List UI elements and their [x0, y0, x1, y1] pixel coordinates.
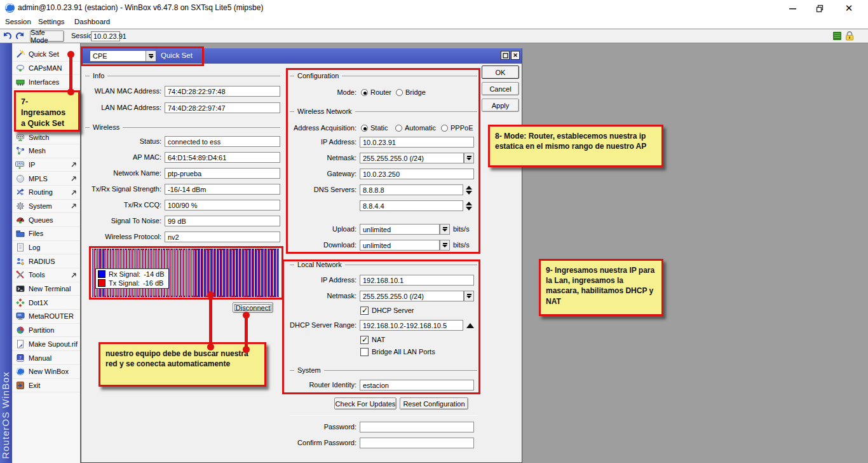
lan-netmask-field[interactable]: 255.255.255.0 (/24)	[360, 291, 464, 301]
dns1-spinner[interactable]	[465, 184, 473, 195]
sidebar-item-exit[interactable]: Exit	[12, 379, 80, 393]
sidebar-item-radius[interactable]: RADIUS	[12, 254, 80, 268]
menu-settings[interactable]: Settings	[38, 18, 65, 25]
mode-bridge-radio[interactable]: Bridge	[396, 88, 426, 97]
dns2-field[interactable]: 8.8.4.4	[360, 200, 463, 211]
netmask-dropdown-icon[interactable]	[464, 153, 474, 163]
close-button[interactable]: ✕	[836, 0, 862, 17]
signal-to-noise-field[interactable]: 99 dB	[165, 216, 280, 226]
nat-checkbox[interactable]: NAT	[360, 335, 385, 344]
menu-session[interactable]: Session	[5, 18, 31, 25]
sidebar-item-metarouter[interactable]: MetaROUTER	[12, 310, 80, 324]
exit-icon	[15, 380, 25, 390]
gauge-icon	[15, 215, 25, 225]
antenna-icon	[15, 64, 25, 73]
winbox-app: admin@10.0.23.91 (estacion) - WinBox v6.…	[0, 0, 868, 463]
mode-label: Mode:	[272, 87, 356, 98]
dhcp-range-label: DHCP Server Range:	[272, 320, 356, 331]
acq-automatic-radio[interactable]: Automatic	[395, 124, 436, 132]
menu-dashboard[interactable]: Dashboard	[74, 18, 110, 25]
sidebar-item-partition[interactable]: Partition	[12, 324, 80, 338]
sidebar-item-mpls[interactable]: MPLS	[12, 172, 80, 186]
safe-mode-button[interactable]: Safe Mode	[30, 31, 64, 42]
lan-netmask-label: Netmask:	[272, 291, 356, 301]
dhcp-range-up-arrow[interactable]	[466, 320, 475, 331]
callout-auto-connect: nuestro equipo debe de buscar nuestra re…	[98, 342, 266, 387]
acq-static-radio[interactable]: Static	[361, 124, 388, 132]
sidebar-item-new-winbox[interactable]: New WinBox	[12, 365, 80, 379]
apply-button[interactable]: Apply	[482, 99, 519, 112]
sidebar-item-routing[interactable]: Routing	[12, 186, 80, 200]
lan-mac-field[interactable]: 74:4D:28:22:97:47	[165, 102, 280, 113]
ap-mac-field[interactable]: 64:D1:54:89:D4:61	[165, 152, 280, 163]
winbox-logo-icon	[4, 3, 15, 13]
dhcp-range-field[interactable]: 192.168.10.2-192.168.10.5	[360, 320, 463, 331]
sidebar-item-dot1x[interactable]: Dot1X	[12, 296, 80, 310]
undo-icon[interactable]	[2, 31, 13, 41]
wireless-protocol-field[interactable]: nv2	[165, 232, 280, 242]
submenu-arrow-icon	[71, 162, 77, 167]
toolbar: Safe Mode Session: 10.0.23.91	[0, 29, 868, 43]
download-dropdown-icon[interactable]	[440, 240, 450, 251]
session-field[interactable]: 10.0.23.91	[91, 31, 120, 41]
annotation-dot	[243, 312, 250, 319]
terminal-icon	[15, 284, 25, 294]
window-restore-icon[interactable]	[501, 51, 510, 60]
address-acquisition-label: Address Acquisition:	[272, 123, 356, 134]
sidebar-item-mesh[interactable]: Mesh	[12, 144, 80, 158]
rx-color-swatch	[98, 270, 105, 278]
annotation-dot	[207, 343, 214, 350]
window-close-icon[interactable]: ✕	[511, 51, 520, 60]
sidebar-item-log[interactable]: Log	[12, 241, 80, 255]
ccq-field[interactable]: 100/90 %	[165, 200, 280, 211]
redo-icon[interactable]	[15, 31, 25, 41]
router-identity-field[interactable]: estacion	[360, 380, 474, 390]
minimize-button[interactable]	[780, 0, 806, 17]
lan-netmask-dropdown-icon[interactable]	[464, 291, 474, 301]
cancel-button[interactable]: Cancel	[482, 82, 519, 95]
ok-button[interactable]: OK	[482, 66, 519, 79]
bridge-all-lan-checkbox[interactable]: Bridge All LAN Ports	[360, 347, 435, 356]
wlan-mac-field[interactable]: 74:4D:28:22:97:48	[165, 86, 280, 97]
sidebar-item-files[interactable]: Files	[12, 227, 80, 241]
wan-netmask-field[interactable]: 255.255.255.0 (/24)	[360, 153, 464, 163]
signal-to-noise-label: Signal To Noise:	[85, 216, 161, 226]
sidebar-item-make-supout[interactable]: Make Supout.rif	[12, 337, 80, 351]
quickset-mode-value: CPE	[90, 52, 146, 60]
sidebar-item-tools[interactable]: Tools	[12, 268, 80, 282]
callout-8: 8- Mode: Router, establecemos nuestra ip…	[488, 125, 663, 167]
restore-button[interactable]	[807, 0, 832, 17]
disconnect-button[interactable]: Disconnect	[233, 302, 273, 313]
status-field[interactable]: connected to ess	[165, 136, 280, 147]
chevron-down-icon[interactable]	[146, 51, 156, 61]
rx-legend-label: Rx Signal:	[109, 270, 140, 278]
system-section-header: System	[290, 366, 477, 374]
acq-pppoe-radio[interactable]: PPPoE	[441, 124, 473, 132]
sidebar-item-system[interactable]: System	[12, 200, 80, 214]
sidebar-item-switch[interactable]: Switch	[12, 130, 80, 144]
sidebar-item-new-terminal[interactable]: New Terminal	[12, 282, 80, 296]
brand-strip: RouterOS WinBox	[0, 43, 12, 463]
signal-strength-field[interactable]: -16/-14 dBm	[165, 184, 280, 195]
quickset-mode-combobox[interactable]: CPE	[90, 50, 156, 62]
network-name-field[interactable]: ptp-prueba	[165, 168, 280, 179]
sidebar-item-ip[interactable]: 255 IP	[12, 158, 80, 172]
password-field[interactable]	[360, 422, 474, 432]
reset-configuration-button[interactable]: Reset Configuration	[400, 397, 468, 410]
wan-ip-field[interactable]: 10.0.23.91	[360, 137, 474, 148]
download-field[interactable]: unlimited	[360, 240, 440, 251]
lan-ip-field[interactable]: 192.168.10.1	[360, 275, 474, 286]
upload-field[interactable]: unlimited	[360, 224, 440, 235]
check-for-updates-button[interactable]: Check For Updates	[334, 397, 397, 410]
dns1-field[interactable]: 8.8.8.8	[360, 184, 463, 195]
dhcp-server-checkbox[interactable]: DHCP Server	[360, 306, 414, 315]
upload-dropdown-icon[interactable]	[440, 224, 450, 235]
sidebar-item-queues[interactable]: Queues	[12, 213, 80, 227]
network-name-label: Network Name:	[85, 168, 161, 179]
confirm-password-field[interactable]	[360, 438, 474, 448]
quick-set-titlebar[interactable]: CPE Quick Set ✕	[81, 48, 522, 64]
gateway-field[interactable]: 10.0.23.250	[360, 169, 474, 179]
dns2-spinner[interactable]	[465, 200, 473, 211]
mode-router-radio[interactable]: Router	[361, 88, 391, 97]
sidebar-item-manual[interactable]: ? Manual	[12, 351, 80, 365]
